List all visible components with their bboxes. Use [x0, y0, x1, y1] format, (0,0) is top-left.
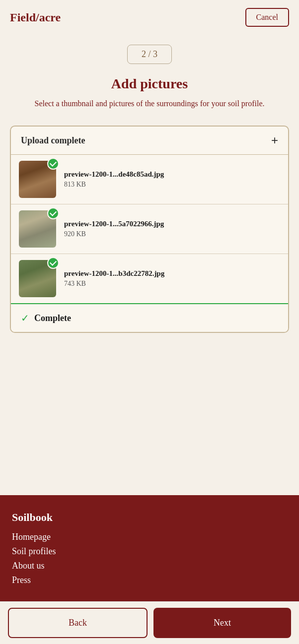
next-button[interactable]: Next — [153, 608, 291, 638]
header: Field/acre Cancel — [0, 0, 299, 35]
file-name-1: preview-1200-1...de48c85ad.jpg — [64, 170, 280, 179]
file-thumb-wrapper-1 — [19, 161, 56, 198]
list-item: preview-1200-1...5a7022966.jpg 920 KB — [11, 204, 288, 254]
bottom-buttons: Back Next — [0, 601, 299, 644]
back-button[interactable]: Back — [8, 608, 148, 638]
upload-header: Upload complete + — [11, 127, 288, 155]
step-indicator: 2 / 3 — [127, 45, 172, 64]
complete-bar: ✓ Complete — [11, 303, 288, 332]
file-info-2: preview-1200-1...5a7022966.jpg 920 KB — [64, 220, 280, 238]
footer: Soilbook Homepage Soil profiles About us… — [0, 495, 299, 601]
footer-nav-item-soil-profiles[interactable]: Soil profiles — [12, 546, 287, 557]
file-name-3: preview-1200-1...b3dc22782.jpg — [64, 269, 280, 278]
complete-label: Complete — [34, 313, 71, 323]
file-size-1: 813 KB — [64, 181, 280, 189]
file-info-3: preview-1200-1...b3dc22782.jpg 743 KB — [64, 269, 280, 288]
file-size-2: 920 KB — [64, 230, 280, 238]
check-badge-1 — [47, 158, 59, 170]
complete-check-icon: ✓ — [21, 312, 29, 324]
footer-link-press[interactable]: Press — [12, 575, 31, 585]
list-item: preview-1200-1...b3dc22782.jpg 743 KB — [11, 254, 288, 303]
footer-nav: Homepage Soil profiles About us Press — [12, 532, 287, 585]
footer-link-about-us[interactable]: About us — [12, 561, 45, 571]
add-file-button[interactable]: + — [271, 134, 278, 146]
footer-nav-item-press[interactable]: Press — [12, 575, 287, 585]
page-subtitle: Select a thumbnail and pictures of the s… — [34, 98, 264, 110]
app-title: Field/acre — [10, 11, 61, 24]
page-title: Add pictures — [111, 76, 188, 92]
file-thumb-wrapper-2 — [19, 210, 56, 248]
check-badge-3 — [47, 257, 59, 269]
file-list: preview-1200-1...de48c85ad.jpg 813 KB pr… — [11, 155, 288, 303]
list-item: preview-1200-1...de48c85ad.jpg 813 KB — [11, 155, 288, 204]
footer-link-homepage[interactable]: Homepage — [12, 532, 51, 542]
file-size-3: 743 KB — [64, 280, 280, 288]
main-content: 2 / 3 Add pictures Select a thumbnail an… — [0, 35, 299, 475]
footer-nav-item-homepage[interactable]: Homepage — [12, 532, 287, 542]
footer-brand: Soilbook — [12, 511, 287, 524]
file-name-2: preview-1200-1...5a7022966.jpg — [64, 220, 280, 228]
footer-link-soil-profiles[interactable]: Soil profiles — [12, 546, 56, 556]
footer-nav-item-about-us[interactable]: About us — [12, 561, 287, 571]
check-badge-2 — [47, 207, 59, 219]
file-info-1: preview-1200-1...de48c85ad.jpg 813 KB — [64, 170, 280, 189]
upload-status-text: Upload complete — [21, 135, 85, 146]
cancel-button[interactable]: Cancel — [245, 8, 289, 27]
upload-card: Upload complete + preview-1200-1...de48c… — [10, 126, 289, 333]
file-thumb-wrapper-3 — [19, 260, 56, 297]
